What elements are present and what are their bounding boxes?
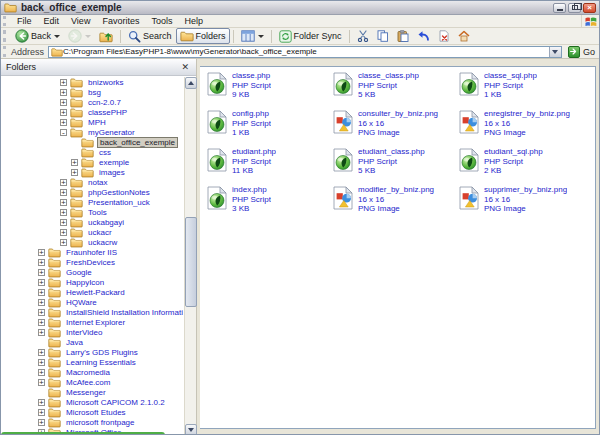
file-tile[interactable]: index.phpPHP Script3 KB	[207, 185, 333, 223]
tree-item[interactable]: + Fraunhofer IIS	[1, 247, 183, 257]
tree-item-label[interactable]: Microsoft CAPICOM 2.1.0.2	[64, 398, 167, 407]
tree-item[interactable]: + classePHP	[1, 107, 183, 117]
tree-item-label[interactable]: Java	[64, 338, 85, 347]
tree-item-label[interactable]: HappyIcon	[64, 278, 106, 287]
tree-item[interactable]: + Internet Explorer	[1, 317, 183, 327]
tree-item-label[interactable]: back_office_exemple	[97, 137, 178, 148]
cut-button[interactable]	[353, 28, 373, 44]
expand-icon[interactable]: +	[60, 209, 67, 216]
tree-item[interactable]: + uckacrw	[1, 237, 183, 247]
tree-item[interactable]: + bsg	[1, 87, 183, 97]
expand-icon[interactable]: +	[60, 119, 67, 126]
file-tile[interactable]: config.phpPHP Script1 KB	[207, 109, 333, 147]
toolbar-gripper[interactable]	[3, 46, 8, 56]
file-tile[interactable]: consulter_by_bniz.png16 x 16PNG Image	[333, 109, 459, 147]
file-tile[interactable]: classe_sql.phpPHP Script1 KB	[459, 71, 585, 109]
toolbar-gripper[interactable]	[3, 16, 8, 26]
expand-icon[interactable]: +	[60, 229, 67, 236]
tree-item-label[interactable]: phpGestionNotes	[86, 188, 152, 197]
folders-button[interactable]: Folders	[176, 28, 230, 44]
file-list-background[interactable]: classe.phpPHP Script9 KB classe_class.ph…	[200, 66, 596, 429]
expand-icon[interactable]: +	[60, 179, 67, 186]
tree-item-label[interactable]: exemple	[97, 158, 131, 167]
expand-icon[interactable]: +	[60, 109, 67, 116]
tree-item-label[interactable]: uckacr	[86, 228, 114, 237]
file-tile[interactable]: enregistrer_by_bniz.png16 x 16PNG Image	[459, 109, 585, 147]
tree-item-label[interactable]: Messenger	[64, 388, 108, 397]
copy-button[interactable]	[373, 28, 393, 44]
home-button[interactable]	[454, 28, 474, 44]
tree-item-label[interactable]: Microsoft Etudes	[64, 408, 128, 417]
tree-item-label[interactable]: bnizworks	[86, 78, 126, 87]
tree-item[interactable]: Messenger	[1, 387, 183, 397]
expand-icon[interactable]: +	[38, 249, 45, 256]
file-name[interactable]: etudiant_class.php	[358, 147, 425, 157]
expand-icon[interactable]: +	[60, 99, 67, 106]
tree-item[interactable]: + notax	[1, 177, 183, 187]
file-name[interactable]: enregistrer_by_bniz.png	[484, 109, 570, 119]
expand-icon[interactable]: +	[60, 79, 67, 86]
tree-item[interactable]: + Microsoft CAPICOM 2.1.0.2	[1, 397, 183, 407]
expand-icon[interactable]: +	[38, 419, 45, 426]
tree-item-label[interactable]: images	[97, 168, 127, 177]
file-tile[interactable]: etudiant_sql.phpPHP Script2 KB	[459, 147, 585, 185]
expand-icon[interactable]: +	[38, 299, 45, 306]
address-dropdown-button[interactable]	[549, 47, 561, 57]
file-name[interactable]: classe_class.php	[358, 71, 419, 81]
toolbar-gripper[interactable]	[3, 30, 8, 43]
tree-item-label[interactable]: Larry's GDS Plugins	[64, 348, 140, 357]
expand-icon[interactable]: +	[38, 309, 45, 316]
restore-button[interactable]	[568, 3, 581, 13]
tree-item[interactable]: + MPH	[1, 117, 183, 127]
tree-item-label[interactable]: Google	[64, 268, 94, 277]
expand-icon[interactable]: +	[60, 89, 67, 96]
expand-icon[interactable]: +	[38, 399, 45, 406]
tree-item[interactable]: + uckabgayi	[1, 217, 183, 227]
tree-item[interactable]: + exemple	[1, 157, 183, 167]
tree-item[interactable]: + bnizworks	[1, 77, 183, 87]
views-dropdown-icon[interactable]	[258, 35, 264, 38]
tree-item-label[interactable]: microsoft frontpage	[64, 418, 136, 427]
tree-item-label[interactable]: classePHP	[86, 108, 129, 117]
tree-item-label[interactable]: uckacrw	[86, 238, 119, 247]
menu-file[interactable]: File	[11, 15, 38, 27]
tree-item[interactable]: + phpGestionNotes	[1, 187, 183, 197]
file-name[interactable]: etudiant.php	[232, 147, 276, 157]
paste-button[interactable]	[393, 28, 413, 44]
tree-item-label[interactable]: MPH	[86, 118, 108, 127]
search-button[interactable]: Search	[124, 28, 176, 45]
expand-icon[interactable]: +	[38, 369, 45, 376]
tree-item[interactable]: + images	[1, 167, 183, 177]
file-name[interactable]: classe.php	[232, 71, 271, 81]
folder-sync-button[interactable]: Folder Sync	[275, 28, 346, 45]
tree-item[interactable]: + Microsoft Etudes	[1, 407, 183, 417]
tree-item[interactable]: css	[1, 147, 183, 157]
expand-icon[interactable]: +	[38, 269, 45, 276]
expand-icon[interactable]: +	[60, 189, 67, 196]
tree-item[interactable]: + Google	[1, 267, 183, 277]
expand-icon[interactable]: +	[60, 239, 67, 246]
expand-icon[interactable]: +	[38, 329, 45, 336]
tree-item-label[interactable]: Learning Essentials	[64, 358, 138, 367]
file-name[interactable]: consulter_by_bniz.png	[358, 109, 438, 119]
tree-item-label[interactable]: InterVideo	[64, 328, 104, 337]
tree-item-label[interactable]: Macromedia	[64, 368, 112, 377]
tree-item[interactable]: back_office_exemple	[1, 137, 183, 147]
tree-item-label[interactable]: HQWare	[64, 298, 99, 307]
tree-item[interactable]: + ccn-2.0.7	[1, 97, 183, 107]
collapse-icon[interactable]: -	[60, 129, 67, 136]
tree-item-label[interactable]: Hewlett-Packard	[64, 288, 127, 297]
menu-view[interactable]: View	[65, 15, 96, 27]
tree-item-label[interactable]: Tools	[86, 208, 109, 217]
tree-item[interactable]: + Larry's GDS Plugins	[1, 347, 183, 357]
back-button[interactable]: Back	[11, 27, 64, 45]
close-button[interactable]: ×	[583, 3, 596, 13]
tree-item[interactable]: + McAfee.com	[1, 377, 183, 387]
views-button[interactable]	[237, 28, 268, 44]
expand-icon[interactable]: +	[60, 199, 67, 206]
expand-icon[interactable]: +	[38, 349, 45, 356]
folders-panel-close-icon[interactable]: ✕	[179, 63, 191, 72]
scroll-down-button[interactable]	[185, 424, 197, 435]
expand-icon[interactable]: +	[38, 379, 45, 386]
tree-item[interactable]: Java	[1, 337, 183, 347]
